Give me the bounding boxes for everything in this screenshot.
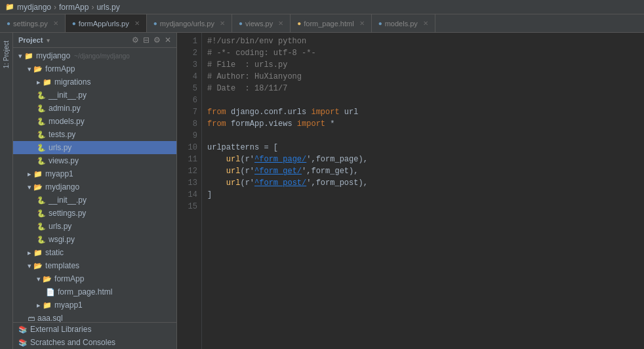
tree-item-init-mydjango[interactable]: 🐍__init__.py xyxy=(13,194,176,207)
tree-icon-folder: ▾ 📂 xyxy=(28,183,43,192)
tree-label: migrations xyxy=(54,77,91,87)
code-line-1: #!/usr/bin/env python xyxy=(207,35,639,47)
code-area[interactable]: #!/usr/bin/env python# -*- coding: utf-8… xyxy=(202,33,644,349)
project-strip-label: 1: Project xyxy=(3,41,10,68)
tree-icon-py: 🐍 xyxy=(37,91,46,100)
tree-item-views[interactable]: 🐍views.py xyxy=(13,154,176,167)
tree-icon-sql: 🗃 xyxy=(28,314,35,322)
code-line-5: # Date : 18/11/7 xyxy=(207,83,639,94)
tree-item-tests[interactable]: 🐍tests.py xyxy=(13,128,176,141)
code-line-9 xyxy=(207,130,639,142)
footer-icon: 📚 xyxy=(18,325,28,334)
tree-item-mydjango-root[interactable]: ▾ 📁mydjango~/django/mydjango xyxy=(13,49,176,62)
tree-label: urls.py xyxy=(49,143,71,152)
tree-icon-py: 🐍 xyxy=(37,157,46,165)
tree-item-wsgi[interactable]: 🐍wsgi.py xyxy=(13,233,176,246)
tree-icon-py: 🐍 xyxy=(37,196,46,205)
gear-icon[interactable]: ⚙ xyxy=(132,35,139,45)
tab-label: formApp/urls.py xyxy=(79,20,129,28)
tree-label: form_page.html xyxy=(58,287,112,297)
tree-item-formapp-templates[interactable]: ▾ 📂formApp xyxy=(13,272,176,285)
tab-label: models.py xyxy=(385,20,418,28)
tree-item-form-page-html[interactable]: 📄form_page.html xyxy=(13,285,176,298)
close-tab-icon[interactable]: ✕ xyxy=(423,20,428,27)
code-line-11: url(r'^form_page/',form_page), xyxy=(207,154,639,165)
tree-item-myapp1-top[interactable]: ▸ 📁myapp1 xyxy=(13,167,176,180)
tree-label: templates xyxy=(45,261,79,270)
line-number-9: 9 xyxy=(181,130,197,142)
close-tab-icon[interactable]: ✕ xyxy=(359,20,365,27)
close-tab-icon[interactable]: ✕ xyxy=(53,20,58,27)
tab-label: mydjango/urls.py xyxy=(160,20,214,28)
tree-label: aaa.sql xyxy=(37,314,63,322)
code-line-13: url(r'^form_post/',form_post), xyxy=(207,177,639,189)
line-number-2: 2 xyxy=(181,47,197,59)
tab-formapp-urls[interactable]: ●formApp/urls.py✕ xyxy=(66,14,147,32)
tree-icon-folder: ▾ 📂 xyxy=(28,65,43,73)
tree-icon-py: 🐍 xyxy=(37,222,46,231)
tree-item-static[interactable]: ▸ 📁static xyxy=(13,246,176,259)
line-number-12: 12 xyxy=(181,165,197,177)
settings-icon[interactable]: ⚙ xyxy=(153,35,161,45)
breadcrumb-icon: 📁 xyxy=(5,3,14,11)
tree-item-myapp1-templates[interactable]: ▸ 📁myapp1 xyxy=(13,298,176,312)
tab-form-page[interactable]: ●form_page.html✕ xyxy=(291,14,371,32)
tree-icon-folder: ▾ 📂 xyxy=(28,262,43,270)
tree-item-urls-mydjango[interactable]: 🐍urls.py xyxy=(13,220,176,233)
tree-item-urls[interactable]: 🐍urls.py xyxy=(13,141,176,154)
main-layout: 1: Project Project ▾ ⚙ ⊟ ⚙ ✕ ▾ 📁mydjango… xyxy=(0,33,644,349)
file-icon: ● xyxy=(7,20,10,27)
tree-item-aaa-sql[interactable]: 🗃aaa.sql xyxy=(13,312,176,322)
line-number-8: 8 xyxy=(181,118,197,130)
layout-icon[interactable]: ⊟ xyxy=(143,35,150,45)
tree-label: mydjango xyxy=(45,182,79,192)
tab-settings[interactable]: ●settings.py✕ xyxy=(0,14,66,32)
tree-icon-py: 🐍 xyxy=(37,209,46,218)
line-number-7: 7 xyxy=(181,106,197,118)
title-bar: 📁 mydjango › formApp › urls.py xyxy=(0,0,644,14)
close-tab-icon[interactable]: ✕ xyxy=(134,20,140,27)
code-line-7: from django.conf.urls import url xyxy=(207,106,639,118)
editor-content: 123456789101112131415 #!/usr/bin/env pyt… xyxy=(177,33,644,349)
close-icon[interactable]: ✕ xyxy=(165,35,171,45)
tree-label: static xyxy=(45,248,64,257)
file-icon: ● xyxy=(153,20,157,27)
file-icon: ● xyxy=(297,20,301,27)
tree-item-models[interactable]: 🐍models.py xyxy=(13,115,176,128)
close-tab-icon[interactable]: ✕ xyxy=(278,20,283,27)
close-tab-icon[interactable]: ✕ xyxy=(220,20,225,27)
tree-item-templates[interactable]: ▾ 📂templates xyxy=(13,259,176,272)
line-number-4: 4 xyxy=(181,71,197,83)
line-number-5: 5 xyxy=(181,83,197,94)
tree-item-init-formapp[interactable]: 🐍__init__.py xyxy=(13,89,176,102)
code-line-3: # File : urls.py xyxy=(207,59,639,71)
tree-item-formapp[interactable]: ▾ 📂formApp xyxy=(13,62,176,75)
tab-views[interactable]: ●views.py✕ xyxy=(232,14,291,32)
tree-label: formApp xyxy=(45,64,75,73)
project-panel-strip[interactable]: 1: Project xyxy=(0,33,13,349)
tree-item-settings[interactable]: 🐍settings.py xyxy=(13,207,176,220)
tree-icon-html: 📄 xyxy=(46,288,55,297)
tab-label: settings.py xyxy=(13,20,48,28)
tab-models[interactable]: ●models.py✕ xyxy=(372,14,435,32)
footer-icon: 📚 xyxy=(18,339,28,347)
tree-item-migrations[interactable]: ▸ 📁migrations xyxy=(13,75,176,89)
tree-label: __init__.py xyxy=(49,91,87,100)
line-number-15: 15 xyxy=(181,201,197,213)
editor: 123456789101112131415 #!/usr/bin/env pyt… xyxy=(177,33,644,349)
tree-icon-py: 🐍 xyxy=(37,144,46,152)
tree-label: wsgi.py xyxy=(49,235,75,244)
line-numbers: 123456789101112131415 xyxy=(177,33,202,349)
tree-label: urls.py xyxy=(49,222,71,231)
line-number-13: 13 xyxy=(181,177,197,189)
tree-label: models.py xyxy=(49,117,85,126)
file-icon: ● xyxy=(239,20,243,27)
sidebar-footer-external-libs[interactable]: 📚External Libraries xyxy=(13,323,176,336)
tree-icon-py: 🐍 xyxy=(37,236,46,244)
tab-mydjango-urls[interactable]: ●mydjango/urls.py✕ xyxy=(147,14,232,32)
sidebar-footer-scratches[interactable]: 📚Scratches and Consoles xyxy=(13,336,176,349)
line-number-10: 10 xyxy=(181,142,197,154)
tree-item-mydjango-folder[interactable]: ▾ 📂mydjango xyxy=(13,180,176,194)
tree-item-admin[interactable]: 🐍admin.py xyxy=(13,102,176,115)
code-line-15 xyxy=(207,201,639,213)
